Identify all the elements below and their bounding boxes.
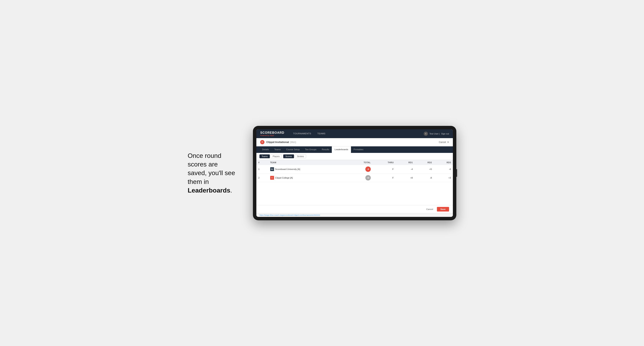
url-text: https://stage-blue-coach.stagescoreboard… (260, 214, 320, 216)
col-rank: # (256, 160, 268, 165)
col-total: TOTAL (347, 160, 372, 165)
rd2-cell: -8 (415, 173, 434, 182)
team-logo: C (270, 176, 274, 180)
sidebar-line2: scores are (188, 161, 218, 168)
user-name: Test User | (430, 133, 440, 135)
table-row: 1 SU Scoreboard University [A] -5 F -4 (256, 165, 453, 173)
tab-teams[interactable]: Teams (272, 146, 284, 153)
sidebar-line1: Once round (188, 152, 221, 159)
col-thru: THRU (373, 160, 396, 165)
cancel-button[interactable]: Cancel (424, 207, 435, 211)
tournament-header: C Clippd Invitational (Men) Cancel ✕ (256, 138, 453, 146)
sidebar-line5-bold: Leaderboards (188, 187, 230, 194)
rd2-cell: +5 (415, 165, 434, 173)
modal-footer: Cancel Save (256, 205, 453, 213)
total-cell: +3 (347, 173, 372, 182)
score-badge: +3 (365, 175, 371, 180)
nav-links: TOURNAMENTS TEAMS (290, 129, 424, 138)
tab-details[interactable]: Details (260, 146, 272, 153)
rd3-cell: -6 (434, 165, 453, 173)
thru-cell: F (373, 165, 396, 173)
team-cell: C Clippd College [A] (268, 173, 347, 182)
url-bar: https://stage-blue-coach.stagescoreboard… (256, 213, 453, 217)
rank-cell: 1 (256, 165, 268, 173)
tab-course-setup[interactable]: Course Setup (284, 146, 302, 153)
nav-teams[interactable]: TEAMS (314, 129, 328, 138)
tournament-title: Clippd Invitational (266, 141, 289, 144)
logo-text: SCOREBOARD (260, 131, 284, 135)
logo-area: SCOREBOARD Powered by clippd (260, 131, 284, 136)
tab-bar: Details Teams Course Setup Tee Groups Re… (256, 146, 453, 153)
tournament-logo: C (260, 140, 264, 144)
top-navigation: SCOREBOARD Powered by clippd TOURNAMENTS… (256, 129, 453, 138)
close-icon: ✕ (447, 141, 449, 144)
col-team: TEAM (268, 160, 347, 165)
filter-teams[interactable]: Teams (260, 155, 270, 158)
table-header-row: # TEAM TOTAL THRU RD1 RD2 RD3 (256, 160, 453, 165)
team-name: Scoreboard University [A] (275, 168, 300, 170)
thru-cell: F (373, 173, 396, 182)
sidebar-line3: saved, you'll see (188, 169, 235, 176)
rank-cell: 2 (256, 173, 268, 182)
powered-brand: clippd (270, 135, 274, 136)
tablet-screen: SCOREBOARD Powered by clippd TOURNAMENTS… (256, 129, 453, 217)
sign-out-link[interactable]: Sign out (441, 133, 449, 135)
team-name-cell: SU Scoreboard University [A] (270, 167, 346, 171)
tab-results[interactable]: Results (319, 146, 332, 153)
total-cell: -5 (347, 165, 372, 173)
content-spacer (256, 182, 453, 205)
tablet-device: SCOREBOARD Powered by clippd TOURNAMENTS… (253, 126, 456, 220)
powered-by-label: Powered by (260, 135, 270, 136)
sidebar-line4: them in (188, 178, 209, 185)
table-row: 2 C Clippd College [A] +3 F +8 -8 (256, 173, 453, 182)
nav-right: S Test User | Sign out (424, 132, 449, 136)
filter-scores[interactable]: Scores (283, 155, 294, 158)
team-cell: SU Scoreboard University [A] (268, 165, 347, 173)
rd1-cell: -4 (396, 165, 415, 173)
user-avatar: S (424, 132, 428, 136)
col-rd3: RD3 (434, 160, 453, 165)
tab-printables[interactable]: Printables (351, 146, 366, 153)
col-rd2: RD2 (415, 160, 434, 165)
save-button[interactable]: Save (437, 207, 449, 211)
tab-leaderboards[interactable]: Leaderboards (332, 146, 351, 153)
tab-tee-groups[interactable]: Tee Groups (302, 146, 319, 153)
score-badge: -5 (365, 167, 371, 172)
team-name: Clippd College [A] (275, 177, 293, 179)
team-name-cell: C Clippd College [A] (270, 176, 346, 180)
cancel-label: Cancel (439, 141, 446, 144)
leaderboard-table: # TEAM TOTAL THRU RD1 RD2 RD3 1 (256, 160, 453, 182)
tablet-side-button (456, 169, 457, 177)
sidebar-line5-end: . (230, 187, 232, 194)
rd3-cell: +3 (434, 173, 453, 182)
filter-players[interactable]: Players (270, 155, 282, 158)
nav-tournaments[interactable]: TOURNAMENTS (290, 129, 314, 138)
sidebar-description: Once round scores are saved, you'll see … (188, 151, 242, 195)
team-logo: SU (270, 167, 274, 171)
tournament-cancel-button[interactable]: Cancel ✕ (439, 141, 449, 144)
filter-strokes[interactable]: Strokes (295, 155, 306, 158)
rd1-cell: +8 (396, 173, 415, 182)
logo-powered: Powered by clippd (260, 135, 284, 136)
filter-row: Teams Players Scores Strokes (256, 153, 453, 160)
tournament-subtitle: (Men) (290, 141, 296, 144)
col-rd1: RD1 (396, 160, 415, 165)
